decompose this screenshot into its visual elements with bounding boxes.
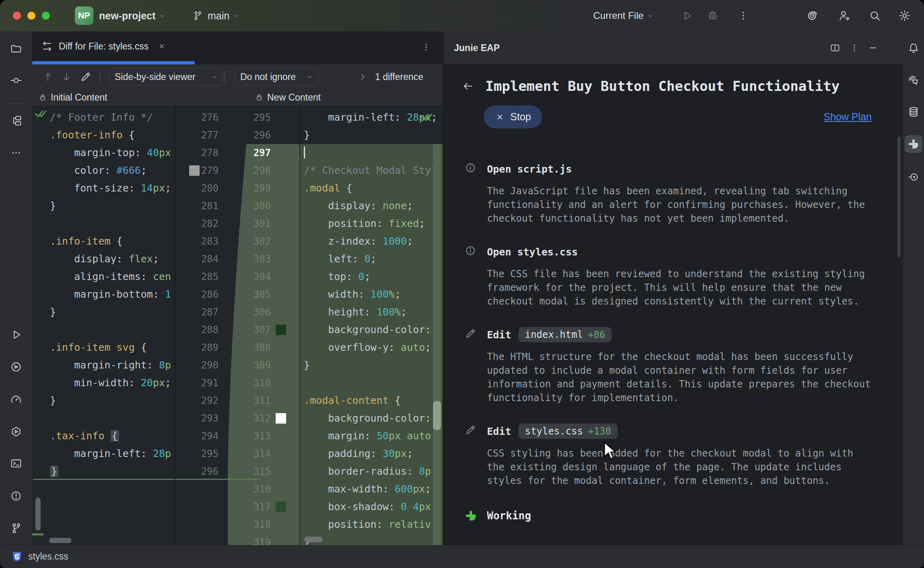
code-line[interactable]: } <box>32 463 175 480</box>
zoom-window-button[interactable] <box>42 12 50 20</box>
file-change-chip[interactable]: index.html+86 <box>518 327 612 342</box>
terminal-icon[interactable] <box>10 457 22 469</box>
code-line[interactable]: background-color: <box>300 410 443 427</box>
code-line[interactable]: height: 100%; <box>300 303 443 321</box>
add-user-icon[interactable] <box>838 9 851 22</box>
left-horizontal-scrollbar-thumb[interactable] <box>49 538 72 543</box>
code-line[interactable]: position: relativ <box>300 516 443 533</box>
database-icon[interactable] <box>908 106 920 118</box>
minimize-panel-icon[interactable] <box>868 43 878 53</box>
code-line[interactable]: position: fixed; <box>300 215 443 233</box>
notifications-bell-icon[interactable] <box>908 42 920 54</box>
split-view-icon[interactable] <box>830 43 840 53</box>
coverage-target-icon[interactable] <box>908 171 920 183</box>
git-branch-tool-icon[interactable] <box>10 522 22 534</box>
code-line[interactable]: .info-item svg { <box>32 339 175 356</box>
right-scrollbar-track[interactable] <box>433 144 441 545</box>
code-line[interactable]: display: none; <box>300 197 443 215</box>
show-plan-link[interactable]: Show Plan <box>823 111 872 123</box>
code-line[interactable]: left: 0; <box>300 250 443 268</box>
viewer-mode-dropdown[interactable]: Side-by-side viewer <box>109 68 224 86</box>
code-line[interactable]: .footer-info { <box>32 126 175 144</box>
structure-icon[interactable] <box>10 115 22 127</box>
code-line[interactable]: } <box>32 303 175 321</box>
code-line[interactable]: max-width: 600px; <box>300 480 443 498</box>
code-line[interactable]: z-index: 1000; <box>300 233 443 250</box>
settings-gear-icon[interactable] <box>898 9 911 22</box>
code-line[interactable]: margin-left: 28p <box>32 445 175 463</box>
code-line[interactable]: } <box>32 197 175 215</box>
next-difference-icon[interactable] <box>60 71 72 83</box>
ai-chat-icon[interactable] <box>908 74 920 86</box>
close-tab-icon[interactable] <box>157 42 166 51</box>
code-line[interactable]: } <box>300 356 443 374</box>
code-line[interactable]: width: 100%; <box>300 286 443 303</box>
search-icon[interactable] <box>868 9 881 22</box>
run-configuration-selector[interactable]: Current File <box>593 0 654 31</box>
panel-options-kebab-icon[interactable] <box>849 43 860 53</box>
code-line[interactable]: overflow-y: auto; <box>300 339 443 356</box>
code-line[interactable] <box>32 321 175 339</box>
stop-button[interactable]: Stop <box>484 105 542 128</box>
code-line[interactable] <box>32 215 175 233</box>
branch-selector[interactable]: main <box>192 0 239 31</box>
previous-difference-icon[interactable] <box>42 71 54 83</box>
minimize-window-button[interactable] <box>27 12 35 20</box>
code-line[interactable]: box-shadow: 0 4px <box>300 498 443 516</box>
more-tools-icon[interactable] <box>10 147 22 159</box>
run-tool-icon[interactable] <box>10 329 22 341</box>
coverage-icon[interactable] <box>10 361 22 373</box>
code-line[interactable] <box>300 144 443 162</box>
code-line[interactable]: display: flex; <box>32 250 175 268</box>
debug-button[interactable] <box>707 10 719 22</box>
profiler-gauge-icon[interactable] <box>10 393 22 405</box>
close-window-button[interactable] <box>13 12 21 20</box>
back-arrow-icon[interactable] <box>462 80 474 92</box>
new-content-editor[interactable]: margin-left: 28px;}/* Checkout Modal Sty… <box>300 105 443 545</box>
commit-icon[interactable] <box>10 74 22 86</box>
code-line[interactable]: background-color: <box>300 321 443 339</box>
code-line[interactable]: font-size: 14px; <box>32 179 175 197</box>
code-line[interactable]: padding: 30px; <box>300 445 443 463</box>
code-line[interactable]: min-width: 20px; <box>32 374 175 392</box>
code-line[interactable]: border-radius: 8p <box>300 463 443 480</box>
edit-source-icon[interactable] <box>80 71 92 83</box>
code-line[interactable]: margin-left: 28px; <box>300 109 443 126</box>
project-selector[interactable]: new-project <box>99 0 165 31</box>
code-line[interactable]: margin-bottom: 1 <box>32 286 175 303</box>
status-file-name[interactable]: styles.css <box>28 551 68 562</box>
code-line[interactable]: align-items: cen <box>32 268 175 286</box>
run-button[interactable] <box>681 10 693 22</box>
junie-scrollbar-thumb[interactable] <box>897 137 901 257</box>
code-line[interactable]: margin-top: 40px <box>32 144 175 162</box>
file-change-chip[interactable]: styles.css+130 <box>518 424 617 439</box>
code-line[interactable]: color: #666; <box>32 162 175 179</box>
code-line[interactable]: margin-right: 8p <box>32 356 175 374</box>
code-line[interactable]: .tax-info { <box>32 427 175 445</box>
services-icon[interactable] <box>10 426 22 438</box>
code-line[interactable]: top: 0; <box>300 268 443 286</box>
tab-options-kebab-icon[interactable] <box>421 42 431 52</box>
code-line[interactable]: .info-item { <box>32 233 175 250</box>
project-badge[interactable]: NP <box>75 6 93 25</box>
more-actions-button[interactable] <box>737 10 749 22</box>
ai-assistant-icon[interactable] <box>806 9 819 22</box>
project-folder-icon[interactable] <box>10 42 22 54</box>
code-line[interactable]: } <box>32 392 175 410</box>
code-line[interactable]: } <box>300 126 443 144</box>
init-content-editor[interactable]: /* Footer Info */.footer-info { margin-t… <box>32 105 175 545</box>
ignore-policy-dropdown[interactable]: Do not ignore <box>234 68 319 86</box>
code-line[interactable] <box>32 410 175 427</box>
left-vertical-scrollbar-thumb[interactable] <box>35 498 41 531</box>
code-line[interactable]: /* Footer Info */ <box>32 109 175 126</box>
tab-diff-styles-css[interactable]: Diff for File: styles.css <box>32 31 166 61</box>
code-line[interactable]: .modal-content { <box>300 392 443 410</box>
code-line[interactable]: /* Checkout Modal Styl <box>300 162 443 179</box>
code-line[interactable]: .modal { <box>300 179 443 197</box>
problems-icon[interactable] <box>10 490 22 502</box>
junie-tool-selected[interactable] <box>905 135 922 153</box>
right-vertical-scrollbar-thumb[interactable] <box>433 401 441 430</box>
code-line[interactable] <box>300 374 443 392</box>
right-horizontal-scrollbar-thumb[interactable] <box>304 537 323 542</box>
chevron-right-icon[interactable] <box>358 72 367 81</box>
